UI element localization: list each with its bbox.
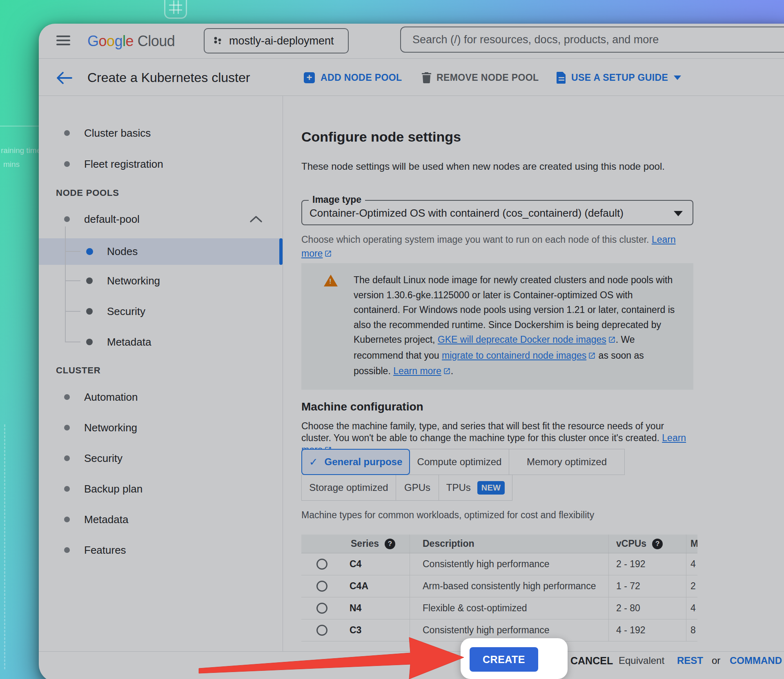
series-name: C4A xyxy=(350,581,368,592)
image-type-select[interactable]: Image type Container-Optimized OS with c… xyxy=(301,200,693,225)
project-selector[interactable]: mostly-ai-deployment xyxy=(204,28,349,53)
series-radio[interactable] xyxy=(316,625,327,636)
sidebar-item-nodes[interactable]: Nodes xyxy=(39,238,283,265)
sidebar-item-label: Features xyxy=(84,544,126,557)
series-memory: 4 xyxy=(690,559,696,570)
series-name: C4 xyxy=(350,559,361,570)
sidebar-item-features[interactable]: Features xyxy=(39,537,283,563)
machine-config-heading: Machine configuration xyxy=(301,400,423,413)
step-bullet xyxy=(64,161,70,167)
external-link-icon xyxy=(443,364,451,379)
step-bullet xyxy=(86,277,93,284)
tab-general-purpose[interactable]: ✓ General purpose xyxy=(301,449,410,475)
series-description: Consistently high performance xyxy=(423,559,550,570)
step-bullet xyxy=(64,130,70,136)
series-radio[interactable] xyxy=(316,581,327,592)
top-bar: Google Cloud mostly-ai-deployment Search… xyxy=(39,24,784,59)
sidebar-item-metadata[interactable]: Metadata xyxy=(39,506,283,533)
tab-compute-optimized[interactable]: Compute optimized xyxy=(410,449,509,475)
external-link-icon xyxy=(588,349,596,364)
remove-node-pool-button[interactable]: REMOVE NODE POOL xyxy=(421,59,539,96)
series-radio[interactable] xyxy=(316,559,327,570)
create-button[interactable]: CREATE xyxy=(470,647,538,672)
sidebar-divider xyxy=(283,96,283,651)
external-link-icon xyxy=(608,333,616,348)
series-description: Arm-based consistently high performance xyxy=(423,581,596,592)
series-radio[interactable] xyxy=(316,603,327,614)
google-cloud-logo[interactable]: Google Cloud xyxy=(87,33,175,50)
add-node-pool-button[interactable]: + ADD NODE POOL xyxy=(304,59,402,96)
sidebar-item-label: Automation xyxy=(84,391,138,404)
inline-link[interactable]: migrate to containerd node images xyxy=(442,350,586,361)
sidebar-item-pool-metadata[interactable]: Metadata xyxy=(39,329,283,355)
sidebar-item-pool-networking[interactable]: Networking xyxy=(39,268,283,294)
warning-banner: The default Linux node image for newly c… xyxy=(301,263,693,390)
search-input[interactable]: Search (/) for resources, docs, products… xyxy=(400,27,784,53)
logo-letter: e xyxy=(126,33,134,49)
chevron-down-icon xyxy=(674,75,681,80)
tab-storage-optimized[interactable]: Storage optimized xyxy=(301,475,396,501)
step-bullet xyxy=(86,308,93,315)
tab-tpus[interactable]: TPUs NEW xyxy=(439,475,512,501)
col-header-series: Series xyxy=(351,538,379,549)
background-dashed-line xyxy=(4,424,5,669)
sidebar-item-label: Networking xyxy=(107,275,160,287)
sidebar-item-security[interactable]: Security xyxy=(39,445,283,471)
page-title: Create a Kubernetes cluster xyxy=(87,70,250,85)
remove-node-pool-label: REMOVE NODE POOL xyxy=(437,72,539,83)
sidebar-item-label: Metadata xyxy=(107,336,151,348)
command-line-link[interactable]: COMMAND LINE xyxy=(730,655,784,666)
help-icon[interactable]: ? xyxy=(652,539,663,549)
tab-gpus[interactable]: GPUs xyxy=(396,475,439,501)
sidebar-item-pool-security[interactable]: Security xyxy=(39,298,283,324)
step-bullet xyxy=(64,517,70,522)
sidebar-item-automation[interactable]: Automation xyxy=(39,384,283,410)
sidebar-item-default-pool[interactable]: default-pool xyxy=(39,206,283,232)
action-bar: CANCEL Equivalent REST or COMMAND LINE xyxy=(39,651,784,679)
inline-link[interactable]: Learn more xyxy=(301,234,676,259)
help-icon[interactable]: ? xyxy=(385,539,395,549)
series-name: C3 xyxy=(350,625,361,636)
cancel-button[interactable]: CANCEL xyxy=(570,655,613,667)
setup-guide-button[interactable]: USE A SETUP GUIDE xyxy=(557,59,681,96)
table-row-c4a[interactable]: C4A Arm-based consistently high performa… xyxy=(301,575,697,597)
rest-link[interactable]: REST xyxy=(677,655,703,666)
inline-link[interactable]: Learn more xyxy=(393,366,441,376)
background-label-mins: mins xyxy=(3,160,20,169)
sidebar-item-cluster-basics[interactable]: Cluster basics xyxy=(39,120,283,146)
tab-label: TPUs xyxy=(446,482,471,493)
table-row-c4[interactable]: C4 Consistently high performance 2 - 192… xyxy=(301,553,697,575)
chevron-up-icon[interactable] xyxy=(249,215,263,223)
new-badge: NEW xyxy=(477,481,505,495)
sidebar-item-fleet-registration[interactable]: Fleet registration xyxy=(39,151,283,177)
check-icon: ✓ xyxy=(309,456,318,468)
tab-memory-optimized[interactable]: Memory optimized xyxy=(509,449,625,475)
sidebar-item-backup-plan[interactable]: Backup plan xyxy=(39,476,283,502)
machine-types-table: Series ? Description vCPUs ? M C4 Consis… xyxy=(301,535,697,641)
inline-link[interactable]: GKE will deprecate Docker node images xyxy=(438,334,606,345)
tab-label: GPUs xyxy=(404,482,430,493)
logo-letter: o xyxy=(99,33,107,49)
hamburger-menu-icon[interactable] xyxy=(56,36,70,47)
section-intro: These node settings will be used when ne… xyxy=(301,161,665,172)
series-description: Flexible & cost-optimized xyxy=(423,603,527,614)
search-placeholder: Search (/) for resources, docs, products… xyxy=(412,33,659,46)
sidebar-item-label: default-pool xyxy=(84,213,140,226)
col-header-vcpus: vCPUs xyxy=(616,538,646,549)
setup-guide-label: USE A SETUP GUIDE xyxy=(571,72,668,83)
equivalent-label: Equivalent xyxy=(619,655,664,666)
step-bullet xyxy=(64,455,70,461)
image-type-value: Container-Optimized OS with containerd (… xyxy=(310,207,624,220)
background-chart-line xyxy=(0,126,39,126)
series-vcpus: 2 - 192 xyxy=(616,559,646,570)
back-arrow-icon[interactable] xyxy=(56,71,72,84)
sidebar-item-label: Cluster basics xyxy=(84,127,151,140)
add-node-pool-label: ADD NODE POOL xyxy=(321,72,402,83)
table-row-n4[interactable]: N4 Flexible & cost-optimized 2 - 80 4 xyxy=(301,597,697,619)
logo-letter: l xyxy=(122,33,126,49)
step-bullet xyxy=(64,425,70,430)
step-bullet xyxy=(64,486,70,492)
step-bullet xyxy=(64,547,70,553)
sidebar-item-networking[interactable]: Networking xyxy=(39,415,283,441)
tab-label: General purpose xyxy=(325,456,403,468)
